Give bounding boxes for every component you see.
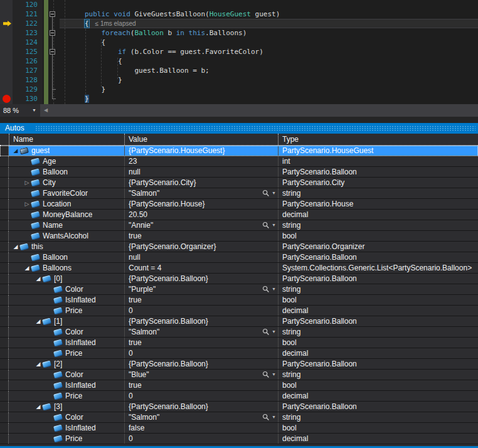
value-cell[interactable]: true xyxy=(124,231,278,241)
visualizer-dropdown-icon[interactable]: ▼ xyxy=(272,188,276,198)
value-visualizer[interactable]: ▼ xyxy=(262,412,276,422)
name-cell[interactable]: Balloon xyxy=(9,252,124,262)
name-cell[interactable]: MoneyBalance xyxy=(9,210,124,220)
code-line[interactable]: {≤ 1ms elapsed xyxy=(51,19,478,28)
name-cell[interactable]: ◢[1] xyxy=(9,316,124,326)
value-cell[interactable]: null xyxy=(124,167,278,177)
value-cell[interactable]: 0 xyxy=(124,391,278,401)
value-cell[interactable]: "Salmon"▼ xyxy=(124,327,278,337)
value-visualizer[interactable]: ▼ xyxy=(262,327,276,337)
name-cell[interactable]: ◢[0] xyxy=(9,274,124,284)
code-editor[interactable]: 120121122123124125126127128129130 public… xyxy=(0,0,478,104)
code-line[interactable]: } xyxy=(51,75,478,85)
expanded-arrow-icon[interactable]: ◢ xyxy=(34,316,43,326)
name-cell[interactable]: ◢this xyxy=(9,242,124,252)
name-cell[interactable]: ◢Balloons xyxy=(9,263,124,273)
expanded-arrow-icon[interactable]: ◢ xyxy=(11,146,20,156)
code-text-area[interactable]: public void GiveGuestsBalloon(HouseGuest… xyxy=(51,0,478,104)
table-row[interactable]: FavoriteColor"Salmon"▼string xyxy=(0,188,478,199)
column-header-name[interactable]: Name xyxy=(9,134,124,145)
table-row[interactable]: WantsAlcoholtruebool xyxy=(0,231,478,242)
table-row[interactable]: ◢[2]{PartyScenario.Balloon}PartyScenario… xyxy=(0,359,478,370)
table-row[interactable]: Price0decimal xyxy=(0,391,478,402)
value-visualizer[interactable]: ▼ xyxy=(262,220,276,230)
visualizer-dropdown-icon[interactable]: ▼ xyxy=(272,284,276,294)
code-line[interactable]: public void GiveGuestsBalloon(HouseGuest… xyxy=(51,9,478,19)
table-row[interactable]: BalloonnullPartyScenario.Balloon xyxy=(0,167,478,178)
visualizer-dropdown-icon[interactable]: ▼ xyxy=(272,327,276,337)
code-line[interactable]: } xyxy=(51,85,478,94)
expanded-arrow-icon[interactable]: ◢ xyxy=(34,402,43,412)
table-row[interactable]: IsInflatedfalsebool xyxy=(0,423,478,434)
name-cell[interactable]: Price xyxy=(9,434,124,444)
code-line[interactable]: if (b.Color == guest.FavoriteColor) xyxy=(51,47,478,56)
name-cell[interactable]: Name xyxy=(9,220,124,230)
expanded-arrow-icon[interactable]: ◢ xyxy=(11,242,20,252)
value-cell[interactable]: 20.50 xyxy=(124,210,278,220)
table-row[interactable]: Age23int xyxy=(0,156,478,167)
magnifier-icon[interactable] xyxy=(262,221,270,229)
value-cell[interactable]: {PartyScenario.HouseGuest} xyxy=(124,146,278,156)
scroll-left-arrow-icon[interactable]: ◀ xyxy=(44,104,48,117)
name-cell[interactable]: IsInflated xyxy=(9,423,124,433)
autos-title-bar[interactable]: Autos xyxy=(0,123,478,134)
table-row[interactable]: IsInflatedtruebool xyxy=(0,338,478,348)
value-cell[interactable]: 23 xyxy=(124,156,278,166)
table-row[interactable]: Price0decimal xyxy=(0,348,478,359)
value-cell[interactable]: true xyxy=(124,380,278,390)
table-row[interactable]: Price0decimal xyxy=(0,434,478,444)
value-visualizer[interactable]: ▼ xyxy=(262,188,276,198)
code-line[interactable]: foreach(Balloon b in this.Balloons) xyxy=(51,28,478,38)
name-cell[interactable]: WantsAlcohol xyxy=(9,231,124,241)
name-cell[interactable]: Price xyxy=(9,348,124,358)
name-cell[interactable]: IsInflated xyxy=(9,338,124,348)
name-cell[interactable]: Color xyxy=(9,412,124,422)
value-cell[interactable]: {PartyScenario.City} xyxy=(124,178,278,188)
table-row[interactable]: MoneyBalance20.50decimal xyxy=(0,210,478,220)
table-row[interactable]: ◢[1]{PartyScenario.Balloon}PartyScenario… xyxy=(0,316,478,327)
code-line[interactable]: } xyxy=(51,94,478,104)
value-cell[interactable]: "Annie"▼ xyxy=(124,220,278,230)
name-cell[interactable]: ▷City xyxy=(9,178,124,188)
table-row[interactable]: Name"Annie"▼string xyxy=(0,220,478,231)
value-cell[interactable]: "Salmon"▼ xyxy=(124,412,278,422)
value-cell[interactable]: false xyxy=(124,423,278,433)
code-line[interactable] xyxy=(51,0,478,9)
table-row[interactable]: ◢BalloonsCount = 4System.Collections.Gen… xyxy=(0,263,478,274)
table-row[interactable]: IsInflatedtruebool xyxy=(0,380,478,391)
name-cell[interactable]: Color xyxy=(9,327,124,337)
table-row[interactable]: BalloonnullPartyScenario.Balloon xyxy=(0,252,478,263)
value-cell[interactable]: {PartyScenario.House} xyxy=(124,199,278,209)
name-cell[interactable]: Color xyxy=(9,284,124,294)
name-cell[interactable]: Color xyxy=(9,370,124,380)
collapsed-arrow-icon[interactable]: ▷ xyxy=(23,199,31,209)
table-row[interactable]: Color"Blue"▼string xyxy=(0,370,478,380)
table-row[interactable]: ◢[3]{PartyScenario.Balloon}PartyScenario… xyxy=(0,402,478,412)
value-cell[interactable]: "Purple"▼ xyxy=(124,284,278,294)
name-cell[interactable]: IsInflated xyxy=(9,295,124,305)
expanded-arrow-icon[interactable]: ◢ xyxy=(23,263,31,273)
table-row[interactable]: Color"Salmon"▼string xyxy=(0,327,478,338)
value-cell[interactable]: "Blue"▼ xyxy=(124,370,278,380)
magnifier-icon[interactable] xyxy=(262,285,270,293)
code-line[interactable]: { xyxy=(51,38,478,47)
name-cell[interactable]: Price xyxy=(9,306,124,316)
name-cell[interactable]: IsInflated xyxy=(9,380,124,390)
column-header-type[interactable]: Type xyxy=(278,134,478,145)
value-cell[interactable]: {PartyScenario.Balloon} xyxy=(124,402,278,412)
expanded-arrow-icon[interactable]: ◢ xyxy=(34,359,43,369)
value-cell[interactable]: true xyxy=(124,295,278,305)
table-row[interactable]: ◢guest{PartyScenario.HouseGuest}PartySce… xyxy=(0,146,478,156)
value-cell[interactable]: {PartyScenario.Balloon} xyxy=(124,359,278,369)
name-cell[interactable]: FavoriteColor xyxy=(9,188,124,198)
table-row[interactable]: Color"Purple"▼string xyxy=(0,284,478,295)
table-row[interactable]: ◢this{PartyScenario.Organizer}PartyScena… xyxy=(0,242,478,252)
name-cell[interactable]: Price xyxy=(9,391,124,401)
value-visualizer[interactable]: ▼ xyxy=(262,284,276,294)
table-row[interactable]: Price0decimal xyxy=(0,306,478,316)
magnifier-icon[interactable] xyxy=(262,189,270,197)
value-cell[interactable]: {PartyScenario.Balloon} xyxy=(124,316,278,326)
name-cell[interactable]: ◢guest xyxy=(9,146,124,156)
collapsed-arrow-icon[interactable]: ▷ xyxy=(23,178,31,188)
table-row[interactable]: ▷City{PartyScenario.City}PartyScenario.C… xyxy=(0,178,478,188)
